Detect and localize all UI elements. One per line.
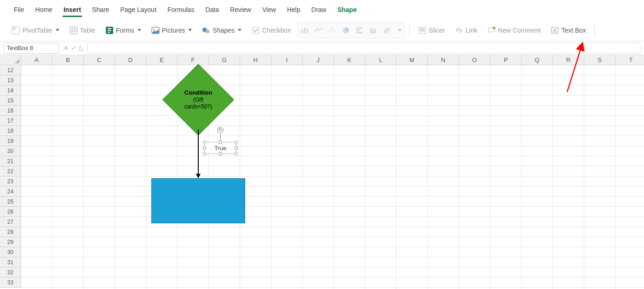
resize-handle[interactable]	[219, 152, 222, 155]
menu-help[interactable]: Help	[282, 2, 306, 17]
resize-handle[interactable]	[203, 147, 206, 150]
scatter-chart-icon[interactable]	[328, 26, 336, 34]
cancel-formula-icon[interactable]: ✕	[63, 45, 69, 51]
histogram-chart-icon[interactable]	[369, 26, 378, 34]
resize-handle[interactable]	[235, 152, 238, 155]
column-header[interactable]: N	[428, 55, 459, 65]
row-header[interactable]: 23	[0, 176, 21, 187]
name-box[interactable]: TextBox 8	[4, 43, 59, 54]
row-header[interactable]: 31	[0, 257, 21, 267]
column-header[interactable]: A	[21, 55, 52, 65]
column-header[interactable]: M	[397, 55, 428, 65]
column-chart-icon[interactable]	[300, 26, 309, 34]
arrow-connector[interactable]	[198, 130, 199, 178]
table-button[interactable]: Table	[66, 24, 99, 37]
row-header[interactable]: 25	[0, 197, 21, 207]
column-header[interactable]: D	[115, 55, 146, 65]
column-header[interactable]: G	[209, 55, 240, 65]
row-header[interactable]: 26	[0, 207, 21, 217]
row-header[interactable]: 20	[0, 146, 21, 156]
column-header[interactable]: K	[334, 55, 365, 65]
resize-handle[interactable]	[235, 141, 238, 144]
resize-handle[interactable]	[203, 152, 206, 155]
row-header[interactable]: 32	[0, 267, 21, 278]
menu-view[interactable]: View	[257, 2, 282, 17]
shapes-icon	[202, 26, 210, 34]
menu-formulas[interactable]: Formulas	[162, 2, 200, 17]
flowchart-process-shape[interactable]	[151, 178, 245, 223]
pivottable-button[interactable]: PivotTable	[8, 24, 63, 37]
row-header[interactable]: 13	[0, 75, 21, 85]
menu-home[interactable]: Home	[30, 2, 58, 17]
slicer-icon	[418, 26, 426, 34]
column-header[interactable]: P	[490, 55, 522, 65]
row-header[interactable]: 21	[0, 156, 21, 166]
menu-shape[interactable]: Shape	[332, 2, 362, 17]
svg-point-20	[331, 28, 333, 29]
accept-formula-icon[interactable]: ✓	[71, 45, 76, 51]
textbox-true[interactable]: True	[204, 142, 236, 154]
resize-handle[interactable]	[219, 141, 222, 144]
resize-handle[interactable]	[203, 141, 206, 144]
column-header[interactable]: S	[584, 55, 615, 65]
row-header[interactable]: 14	[0, 85, 21, 96]
menu-share[interactable]: Share	[86, 2, 115, 17]
row-header[interactable]: 17	[0, 116, 21, 126]
column-header[interactable]: C	[84, 55, 115, 65]
row-header[interactable]: 24	[0, 187, 21, 197]
column-header[interactable]: B	[52, 55, 84, 65]
menu-page-layout[interactable]: Page Layout	[115, 2, 162, 17]
row-header[interactable]: 19	[0, 136, 21, 146]
pictures-button[interactable]: Pictures	[148, 24, 196, 37]
new-comment-button[interactable]: New Comment	[484, 24, 545, 37]
resize-handle[interactable]	[235, 147, 238, 150]
text-box-button[interactable]: A Text Box	[547, 24, 590, 37]
row-header[interactable]: 12	[0, 65, 21, 75]
row-header[interactable]: 22	[0, 166, 21, 176]
flowchart-decision-shape[interactable]: Condition (Gift cards<50?)	[159, 70, 237, 130]
shapes-button[interactable]: Shapes	[198, 24, 245, 37]
rotate-handle[interactable]	[217, 127, 224, 133]
menu-insert[interactable]: Insert	[58, 2, 86, 17]
line-chart-icon[interactable]	[314, 26, 322, 34]
column-header[interactable]: R	[553, 55, 584, 65]
formula-controls: ✕ ✓ fx	[62, 44, 85, 52]
column-header[interactable]: O	[459, 55, 490, 65]
column-header[interactable]: T	[615, 55, 644, 65]
chevron-down-icon[interactable]	[398, 29, 402, 31]
menu-draw[interactable]: Draw	[306, 2, 332, 17]
cell-grid[interactable]: Condition (Gift cards<50?) True	[21, 65, 644, 289]
row-header[interactable]: 30	[0, 247, 21, 257]
menu-data[interactable]: Data	[200, 2, 224, 17]
row-header[interactable]: 18	[0, 126, 21, 136]
slicer-button[interactable]: Slicer	[414, 24, 448, 37]
row-header[interactable]: 16	[0, 106, 21, 116]
bar-chart-icon[interactable]	[356, 26, 364, 34]
column-header[interactable]: H	[240, 55, 271, 65]
checkbox-button[interactable]: Checkbox	[248, 24, 294, 37]
column-header[interactable]: E	[146, 55, 178, 65]
row-header[interactable]: 29	[0, 237, 21, 247]
formula-input[interactable]	[87, 43, 640, 54]
column-header[interactable]: F	[178, 55, 209, 65]
row-header[interactable]: 33	[0, 278, 21, 288]
fx-icon[interactable]: fx	[79, 44, 83, 52]
forms-button[interactable]: Forms	[102, 24, 145, 37]
menu-file[interactable]: File	[8, 2, 30, 17]
table-icon	[69, 26, 78, 34]
column-header[interactable]: Q	[522, 55, 553, 65]
menu-review[interactable]: Review	[224, 2, 257, 17]
column-header[interactable]: L	[365, 55, 397, 65]
combo-chart-icon[interactable]	[383, 26, 391, 34]
select-all-corner[interactable]	[0, 55, 21, 65]
column-header[interactable]: J	[303, 55, 334, 65]
pictures-icon	[151, 26, 160, 34]
row-header[interactable]: 27	[0, 217, 21, 227]
link-button[interactable]: Link	[451, 24, 481, 37]
svg-rect-2	[70, 27, 77, 34]
row-header[interactable]: 28	[0, 227, 21, 237]
pie-chart-icon[interactable]	[342, 26, 350, 34]
charts-group	[297, 22, 405, 39]
row-header[interactable]: 15	[0, 96, 21, 106]
column-header[interactable]: I	[271, 55, 303, 65]
